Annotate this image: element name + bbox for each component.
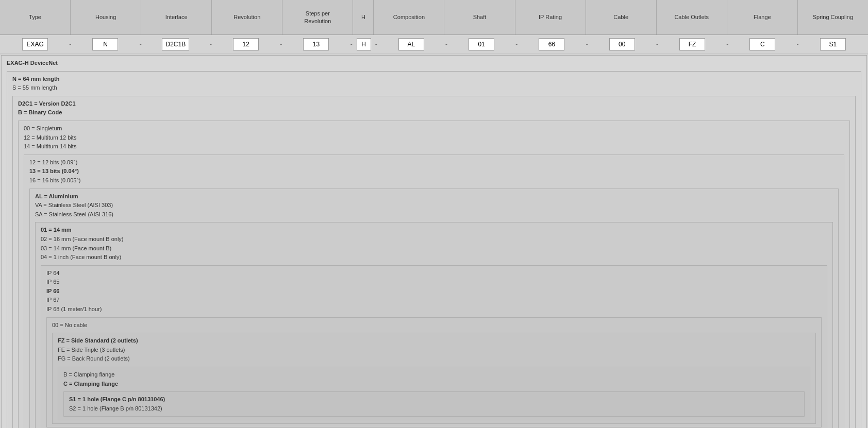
value-cable-outlets[interactable]: FZ — [679, 38, 705, 50]
value-housing-cell: N — [72, 38, 138, 50]
info-composition-section: AL = Aluminium VA = Stainless Steel (AIS… — [29, 189, 839, 428]
value-spring-coupling[interactable]: S1 — [820, 38, 846, 50]
info-cableoutlets-line-1: FZ = Side Standard (2 outlets) — [58, 336, 810, 346]
info-composition-line-3: SA = Stainless Steel (AISI 316) — [35, 210, 833, 219]
info-housing-section: N = 64 mm length S = 55 mm length D2C1 =… — [7, 71, 861, 428]
header-steps-per-revolution: Steps per Revolution — [282, 0, 353, 35]
info-interface-line-1: D2C1 = Version D2C1 — [18, 99, 850, 109]
value-interface-cell: D2C1B — [143, 38, 209, 50]
sep-3: - — [209, 41, 213, 48]
value-row: EXAG - N - D2C1B - 12 - 13 - H - AL - 01… — [0, 35, 868, 54]
value-shaft-cell: 01 — [448, 38, 514, 50]
header-row: Type Housing Interface Revolution Steps … — [0, 0, 868, 35]
info-cableoutlets-line-2: FE = Side Triple (3 outlets) — [58, 346, 810, 355]
value-flange[interactable]: C — [749, 38, 775, 50]
info-cableoutlets-line-3: FG = Back Round (2 outlets) — [58, 354, 810, 364]
value-type-cell: EXAG — [2, 38, 68, 50]
info-spring-section: S1 = 1 hole (Flange C p/n 80131046) S2 =… — [63, 391, 805, 417]
info-housing-line-2: S = 55 mm length — [12, 83, 856, 93]
value-ip-rating[interactable]: 66 — [539, 38, 564, 50]
value-spring-coupling-cell: S1 — [800, 38, 866, 50]
value-interface[interactable]: D2C1B — [162, 38, 189, 50]
value-cable-cell: 00 — [589, 38, 655, 50]
info-sections: EXAG-H DeviceNet N = 64 mm length S = 55… — [0, 55, 868, 428]
header-flange: Flange — [727, 0, 798, 35]
sep-7: - — [444, 41, 448, 48]
sep-12: - — [796, 41, 800, 48]
value-composition[interactable]: AL — [398, 38, 424, 50]
value-shaft[interactable]: 01 — [469, 38, 494, 50]
info-ip-line-3: IP 66 — [46, 287, 822, 296]
info-type-line-1: EXAG-H DeviceNet — [7, 59, 861, 68]
value-flange-cell: C — [729, 38, 795, 50]
info-cableoutlets-section: FZ = Side Standard (2 outlets) FE = Side… — [52, 333, 816, 424]
header-type: Type — [0, 0, 71, 35]
info-composition-line-2: VA = Stainless Steel (AISI 303) — [35, 201, 833, 210]
info-steps-section: 12 = 12 bits (0.09°) 13 = 13 bits (0.04°… — [24, 155, 844, 428]
value-revolution-cell: 12 — [213, 38, 279, 50]
info-ip-line-1: IP 64 — [46, 269, 822, 278]
value-housing[interactable]: N — [92, 38, 118, 50]
info-flange-line-2: C = Clamping flange — [63, 380, 805, 389]
info-cable-line-1: 00 = No cable — [52, 321, 816, 330]
header-spring-coupling: Spring Coupling — [798, 0, 868, 35]
info-revolution-section: 00 = Singleturn 12 = Multiturn 12 bits 1… — [18, 121, 850, 428]
info-spring-line-1: S1 = 1 hole (Flange C p/n 80131046) — [69, 395, 799, 404]
value-h[interactable]: H — [357, 38, 371, 50]
sep-11: - — [725, 41, 729, 48]
info-steps-line-2: 13 = 13 bits (0.04°) — [29, 167, 839, 176]
info-revolution-line-3: 14 = Multiturn 14 bits — [24, 142, 844, 151]
sep-6: - — [374, 41, 378, 48]
header-revolution: Revolution — [212, 0, 282, 35]
header-composition: Composition — [374, 0, 444, 35]
header-ip-rating: IP Rating — [515, 0, 586, 35]
info-shaft-line-2: 02 = 16 mm (Face mount B only) — [41, 235, 827, 244]
header-shaft: Shaft — [444, 0, 515, 35]
value-steps-cell: 13 — [283, 38, 349, 50]
sep-8: - — [514, 41, 519, 48]
info-shaft-line-1: 01 = 14 mm — [41, 226, 827, 235]
header-cable: Cable — [586, 0, 657, 35]
info-cable-section: 00 = No cable FZ = Side Standard (2 outl… — [46, 317, 822, 428]
sep-10: - — [655, 41, 659, 48]
header-cable-outlets: Cable Outlets — [657, 0, 727, 35]
value-revolution[interactable]: 12 — [233, 38, 259, 50]
info-composition-line-1: AL = Aluminium — [35, 192, 833, 201]
value-h-cell: H — [354, 38, 374, 50]
sep-4: - — [279, 41, 283, 48]
header-housing: Housing — [71, 0, 141, 35]
header-h: H — [353, 0, 374, 35]
info-flange-section: B = Clamping flange C = Clamping flange … — [58, 367, 810, 420]
sep-1: - — [68, 41, 72, 48]
value-composition-cell: AL — [378, 38, 444, 50]
info-revolution-line-1: 00 = Singleturn — [24, 124, 844, 133]
value-type[interactable]: EXAG — [22, 38, 48, 50]
info-shaft-section: 01 = 14 mm 02 = 16 mm (Face mount B only… — [35, 222, 833, 428]
info-housing-line-1: N = 64 mm length — [12, 75, 856, 84]
sep-9: - — [585, 41, 589, 48]
info-ip-line-2: IP 65 — [46, 278, 822, 287]
info-shaft-line-4: 04 = 1 inch (Face mount B only) — [41, 253, 827, 262]
info-shaft-line-3: 03 = 14 mm (Face mount B) — [41, 244, 827, 253]
header-interface: Interface — [141, 0, 212, 35]
value-cable[interactable]: 00 — [609, 38, 635, 50]
info-interface-line-2: B = Binary Code — [18, 108, 850, 117]
sep-2: - — [139, 41, 143, 48]
info-iprating-section: IP 64 IP 65 IP 66 IP 67 IP 68 (1 meter/1… — [41, 265, 827, 428]
info-steps-line-1: 12 = 12 bits (0.09°) — [29, 158, 839, 167]
info-steps-line-3: 16 = 16 bits (0.005°) — [29, 176, 839, 185]
info-ip-line-4: IP 67 — [46, 296, 822, 305]
value-cable-outlets-cell: FZ — [659, 38, 725, 50]
info-ip-line-5: IP 68 (1 meter/1 hour) — [46, 305, 822, 314]
info-flange-line-1: B = Clamping flange — [63, 370, 805, 380]
info-spring-line-2: S2 = 1 hole (Flange B p/n 80131342) — [69, 404, 799, 414]
sep-5: - — [349, 41, 354, 48]
info-revolution-line-2: 12 = Multiturn 12 bits — [24, 133, 844, 143]
info-interface-section: D2C1 = Version D2C1 B = Binary Code 00 =… — [12, 96, 856, 428]
value-steps[interactable]: 13 — [303, 38, 329, 50]
info-type-section: EXAG-H DeviceNet N = 64 mm length S = 55… — [1, 55, 867, 428]
value-ip-rating-cell: 66 — [519, 38, 585, 50]
